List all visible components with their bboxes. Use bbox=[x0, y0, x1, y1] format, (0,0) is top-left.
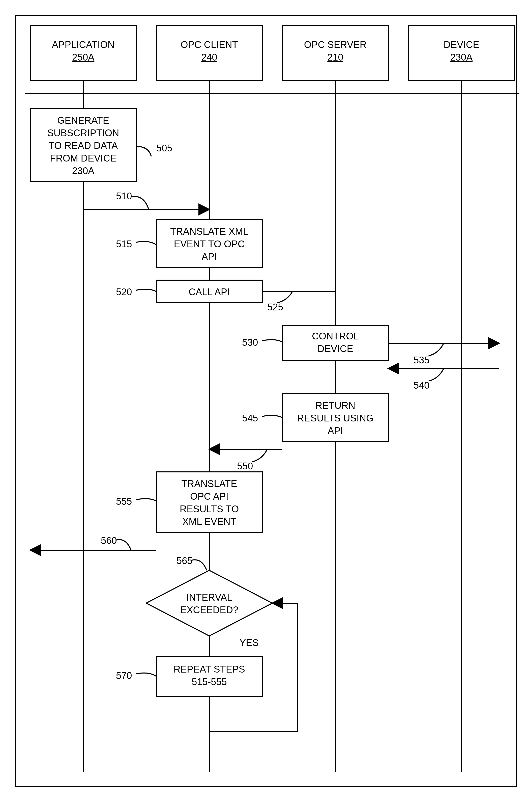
step-555-line3: RESULTS TO bbox=[180, 504, 239, 514]
step-555: TRANSLATE OPC API RESULTS TO XML EVENT bbox=[156, 472, 262, 532]
label-555: 555 bbox=[116, 496, 132, 507]
label-520: 520 bbox=[116, 287, 132, 297]
label-510: 510 bbox=[116, 191, 132, 201]
step-565-line2: EXCEEDED? bbox=[180, 605, 238, 615]
step-545: RETURN RESULTS USING API bbox=[282, 394, 388, 442]
label-565: 565 bbox=[176, 555, 192, 566]
step-505-line4: FROM DEVICE bbox=[50, 153, 116, 164]
label-530: 530 bbox=[242, 337, 258, 348]
label-515: 515 bbox=[116, 239, 132, 249]
lane-opc-server-ref: 210 bbox=[327, 52, 343, 62]
step-505: GENERATE SUBSCRIPTION TO READ DATA FROM … bbox=[30, 109, 136, 182]
step-545-line3: API bbox=[327, 425, 343, 436]
step-555-line2: OPC API bbox=[190, 491, 228, 502]
lane-opc-client-title: OPC CLIENT bbox=[180, 39, 238, 50]
step-565-line1: INTERVAL bbox=[186, 592, 232, 603]
label-565-yes: YES bbox=[240, 637, 259, 648]
step-515: TRANSLATE XML EVENT TO OPC API bbox=[156, 220, 262, 268]
label-570: 570 bbox=[116, 670, 132, 681]
label-540: 540 bbox=[414, 380, 430, 391]
label-505: 505 bbox=[156, 143, 172, 153]
step-520: CALL API bbox=[156, 280, 262, 303]
step-555-line4: XML EVENT bbox=[182, 516, 236, 527]
step-570: REPEAT STEPS 515-555 bbox=[156, 656, 262, 696]
step-545-line2: RESULTS USING bbox=[297, 413, 374, 423]
step-515-line1: TRANSLATE XML bbox=[170, 226, 248, 237]
lane-application-title: APPLICATION bbox=[52, 39, 114, 50]
label-550: 550 bbox=[237, 461, 253, 471]
step-505-line1: GENERATE bbox=[57, 115, 109, 126]
label-545: 545 bbox=[242, 413, 258, 423]
step-530-line1: CONTROL bbox=[312, 331, 359, 342]
step-515-line3: API bbox=[202, 251, 217, 262]
lane-device-ref: 230A bbox=[450, 52, 473, 62]
step-515-line2: EVENT TO OPC bbox=[174, 239, 245, 249]
svg-rect-7 bbox=[156, 656, 262, 696]
step-505-line3: TO READ DATA bbox=[49, 140, 118, 151]
sequence-diagram: APPLICATION 250A OPC CLIENT 240 OPC SERV… bbox=[0, 0, 532, 802]
step-530-line2: DEVICE bbox=[318, 344, 353, 354]
step-505-line5: 230A bbox=[72, 166, 95, 176]
lane-device-title: DEVICE bbox=[443, 39, 479, 50]
step-570-line1: REPEAT STEPS bbox=[173, 664, 245, 675]
step-530: CONTROL DEVICE bbox=[282, 326, 388, 361]
label-535: 535 bbox=[414, 355, 430, 365]
lane-opc-server-title: OPC SERVER bbox=[304, 39, 367, 50]
label-560: 560 bbox=[101, 535, 117, 546]
step-505-line2: SUBSCRIPTION bbox=[47, 128, 119, 138]
lane-opc-client-ref: 240 bbox=[201, 52, 217, 62]
step-545-line1: RETURN bbox=[316, 400, 355, 411]
lane-application-ref: 250A bbox=[72, 52, 95, 62]
step-570-line2: 515-555 bbox=[192, 677, 227, 687]
step-555-line1: TRANSLATE bbox=[181, 478, 237, 489]
step-520-line1: CALL API bbox=[189, 287, 230, 297]
label-525: 525 bbox=[267, 302, 283, 312]
